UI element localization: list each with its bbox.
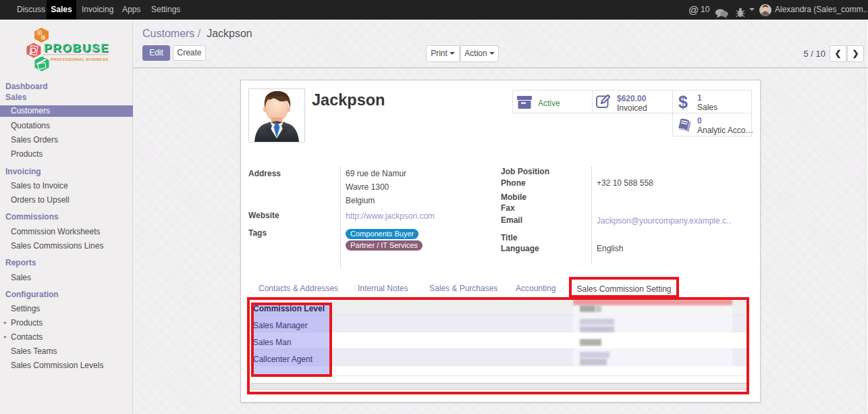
svg-text:PROBUSE: PROBUSE	[44, 42, 109, 55]
svg-text:PROFESSIONAL BUSINESS: PROFESSIONAL BUSINESS	[51, 57, 108, 61]
